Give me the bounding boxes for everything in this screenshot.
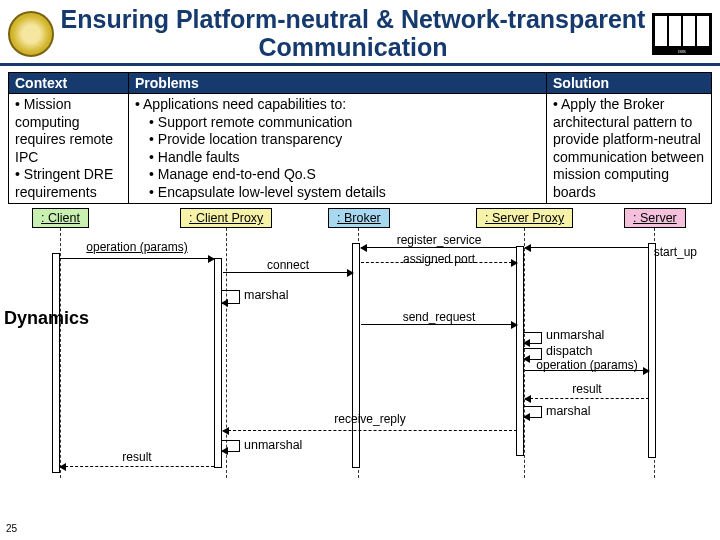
msg-result-label: result — [525, 382, 649, 396]
self-marshal-cproxy — [222, 290, 240, 304]
isis-logo-icon: ISIS — [652, 13, 712, 55]
self-marshal-sproxy-label: marshal — [546, 404, 590, 418]
th-problems: Problems — [129, 73, 547, 94]
msg-register-service-label: register_service — [361, 233, 517, 247]
msg-result-2-label: result — [60, 450, 214, 464]
slide-number: 25 — [6, 523, 17, 534]
context-bullet-1: Mission computing requires remote IPC — [15, 96, 113, 165]
msg-send-request: send_request — [361, 310, 517, 324]
msg-send-request-label: send_request — [361, 310, 517, 324]
msg-connect: connect — [223, 258, 353, 272]
msg-operation-params-label: operation (params) — [60, 240, 214, 254]
msg-register-service: register_service — [361, 233, 517, 247]
slide-title: Ensuring Platform-neutral & Network-tran… — [54, 4, 652, 63]
dynamics-label: Dynamics — [4, 308, 89, 329]
msg-receive-reply: receive_reply — [223, 418, 517, 432]
self-marshal-sproxy — [524, 406, 542, 418]
td-context: • Mission computing requires remote IPC … — [9, 94, 129, 204]
self-marshal-cproxy-label: marshal — [244, 288, 288, 302]
lifeline-client-proxy-label: : Client Proxy — [180, 208, 272, 228]
problems-s4: Manage end-to-end Qo.S — [158, 166, 316, 182]
th-solution: Solution — [547, 73, 712, 94]
slide: Ensuring Platform-neutral & Network-tran… — [0, 0, 720, 540]
lifeline-server-proxy-label: : Server Proxy — [476, 208, 573, 228]
msg-start-up-label: start_up — [654, 245, 697, 259]
self-unmarshal-sproxy — [524, 332, 542, 344]
lifeline-client-label: : Client — [32, 208, 89, 228]
self-unmarshal-cproxy — [222, 440, 240, 452]
activation-server-proxy — [516, 246, 524, 456]
problems-s1: Support remote communication — [158, 114, 353, 130]
td-problems: • Applications need capabilities to: • S… — [129, 94, 547, 204]
context-bullet-2: Stringent DRE requirements — [15, 166, 113, 200]
problems-lead: Applications need capabilities to: — [143, 96, 346, 112]
td-solution: • Apply the Broker architectural pattern… — [547, 94, 712, 204]
activation-server — [648, 243, 656, 458]
seal-icon — [8, 11, 54, 57]
self-unmarshal-sproxy-label: unmarshal — [546, 328, 604, 342]
activation-client-proxy — [214, 258, 222, 468]
msg-result-2: result — [60, 456, 214, 470]
solution-b1: Apply the Broker architectural pattern t… — [553, 96, 704, 200]
msg-assigned-port-label: assigned port — [361, 252, 517, 266]
self-dispatch-sproxy-label: dispatch — [546, 344, 593, 358]
slide-header: Ensuring Platform-neutral & Network-tran… — [0, 0, 720, 66]
info-table-wrap: Context Problems Solution • Mission comp… — [0, 66, 720, 206]
sequence-diagram: : Client : Client Proxy : Broker : Serve… — [8, 208, 712, 488]
problems-s3: Handle faults — [158, 149, 240, 165]
self-unmarshal-cproxy-label: unmarshal — [244, 438, 302, 452]
lifeline-broker-label: : Broker — [328, 208, 390, 228]
msg-result: result — [525, 388, 649, 402]
problems-s2: Provide location transparency — [158, 131, 342, 147]
problems-s5: Encapsulate low-level system details — [158, 184, 386, 200]
activation-client — [52, 253, 60, 473]
th-context: Context — [9, 73, 129, 94]
msg-connect-label: connect — [223, 258, 353, 272]
info-table: Context Problems Solution • Mission comp… — [8, 72, 712, 204]
msg-assigned-port: assigned port — [361, 256, 517, 270]
msg-operation-params: operation (params) — [60, 240, 214, 254]
lifeline-server-label: : Server — [624, 208, 686, 228]
msg-receive-reply-label: receive_reply — [223, 412, 517, 426]
msg-operation-params-2: operation (params) — [525, 360, 649, 374]
